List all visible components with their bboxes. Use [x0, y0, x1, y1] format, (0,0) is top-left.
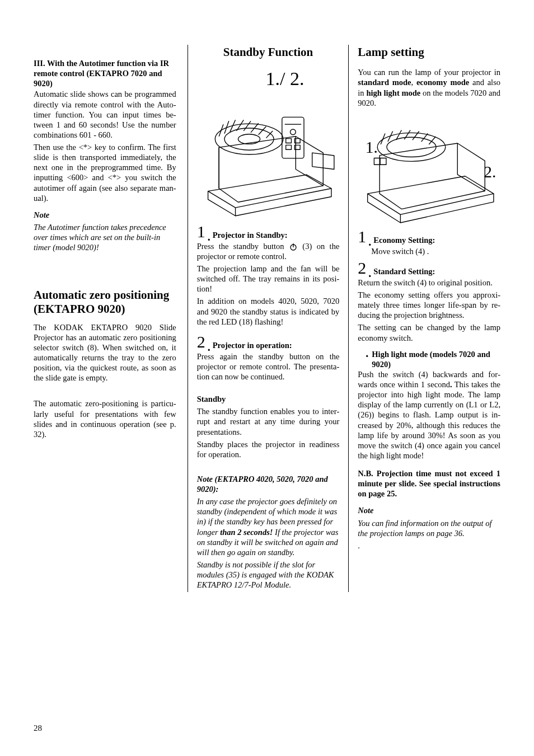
col2-note-head: Note (EKTAPRO 4020, 5020, 7020 and 9020)…	[197, 474, 340, 494]
svg-line-14	[243, 121, 251, 131]
step1-p1: Press the standby button (3) on the proj…	[197, 241, 340, 261]
autotimer-note-body: The Autotimer function takes prece­dence…	[34, 222, 176, 252]
autotimer-p1: Automatic slide shows can be programmed …	[34, 89, 176, 140]
column-2: Standby Function 1./ 2.	[188, 45, 340, 592]
svg-point-2	[238, 134, 260, 144]
bullet-dot: .	[368, 270, 371, 276]
autozero-p1: The KODAK EKTAPRO 9020 Slide Projec­tor …	[34, 322, 176, 383]
lamp-step2-num: 2	[358, 260, 366, 276]
lamp-step2-p2: The economy setting offers you approxi­m…	[358, 290, 500, 320]
svg-rect-6	[285, 138, 291, 143]
standby-p2: Standby places the projector in readines…	[197, 439, 340, 459]
bullet-dot: .	[208, 233, 210, 240]
lamp-title: Lamp setting	[358, 45, 500, 59]
column-3: Lamp setting You can run the lamp of you…	[348, 45, 500, 592]
hlm-head: High light mode (models 7020 and 9020)	[372, 349, 500, 369]
lamp-step1-heading: 1 . Economy Setting:	[358, 228, 500, 245]
step1-text-before: Press the standby button	[197, 242, 289, 251]
autozero-p2: The automatic zero-positioning is partic…	[34, 398, 176, 439]
lamp-note-label: Note	[358, 505, 500, 515]
step1-p2: The projection lamp and the fan will be …	[197, 264, 340, 294]
svg-rect-8	[285, 145, 291, 149]
projector-illustration	[197, 91, 340, 220]
col2-note-body: In any case the projector goes definitel…	[197, 496, 340, 557]
lamp-step2-p1: Return the switch (4) to original positi…	[358, 278, 500, 288]
svg-line-10	[219, 124, 223, 137]
autotimer-p2: Then use the <*> key to confirm. The fir…	[34, 142, 176, 203]
lamp-intro: You can run the lamp of your projector i…	[358, 67, 500, 108]
step1-head: Projector in Standby:	[213, 230, 288, 240]
step2-p1: Press again the standby button on the pr…	[197, 351, 340, 382]
page-number: 28	[34, 723, 42, 734]
svg-line-29	[421, 133, 428, 142]
lamp-fig-label-2: 2.	[484, 162, 496, 180]
svg-line-24	[381, 133, 385, 144]
column-1: III. With the Autotimer function via IR …	[34, 45, 179, 592]
col2-note-body2: Standby is not possible if the slot for …	[197, 560, 340, 590]
svg-point-21	[387, 137, 436, 157]
lamp-figure: 1. 2.	[358, 116, 500, 225]
lamp-step2-head: Standard Setting:	[373, 266, 435, 276]
step1-number: 1	[197, 223, 205, 240]
lamp-step1-head: Economy Setting:	[373, 235, 435, 245]
autotimer-title: III. With the Autotimer function via IR …	[34, 58, 176, 88]
step2-head: Projector in operation:	[213, 340, 292, 350]
hlm-body: Push the switch (4) backwards and for­wa…	[358, 369, 500, 461]
standby-p1: The standby function enables you to inte…	[197, 406, 340, 436]
standby-fig-label: 1./ 2.	[197, 67, 340, 91]
nb-text: N.B. Projection time must not exceed 1 m…	[358, 468, 500, 499]
standby-figure: 1./ 2.	[197, 67, 340, 220]
step1-heading: 1 . Projector in Standby:	[197, 223, 340, 240]
autotimer-note-label: Note	[34, 210, 176, 220]
lamp-fig-label-1: 1.	[366, 138, 378, 156]
lamp-step2-p3: The setting can be changed by the lamp e…	[358, 322, 500, 342]
standby-title: Standby Function	[197, 45, 340, 59]
bullet-dot: .	[208, 344, 210, 350]
autozero-title: Automatic zero positioning (EKTAPRO 9020…	[34, 288, 176, 316]
lamp-step2-heading: 2 . Standard Setting:	[358, 260, 500, 276]
standby-icon	[289, 243, 298, 251]
svg-line-27	[405, 130, 411, 139]
hlm-heading: . High light mode (models 7020 and 9020)	[358, 348, 500, 369]
trailing-dot: .	[358, 541, 500, 551]
step2-number: 2	[197, 334, 205, 350]
svg-point-1	[224, 128, 274, 150]
lamp-note-body: You can find information on the output o…	[358, 518, 500, 538]
lamp-illustration: 1. 2.	[358, 116, 500, 225]
lamp-step1-body: Move switch (4) .	[358, 246, 500, 256]
page-columns: III. With the Autotimer function via IR …	[34, 45, 500, 592]
bullet-dot: .	[366, 348, 368, 359]
bullet-dot: .	[368, 238, 371, 245]
step2-heading: 2 . Projector in operation:	[197, 334, 340, 350]
standby-head: Standby	[197, 394, 340, 404]
step1-p3: In addition on models 4020, 5020, 7020 a…	[197, 296, 340, 326]
svg-point-5	[290, 129, 296, 135]
lamp-step1-num: 1	[358, 228, 366, 245]
